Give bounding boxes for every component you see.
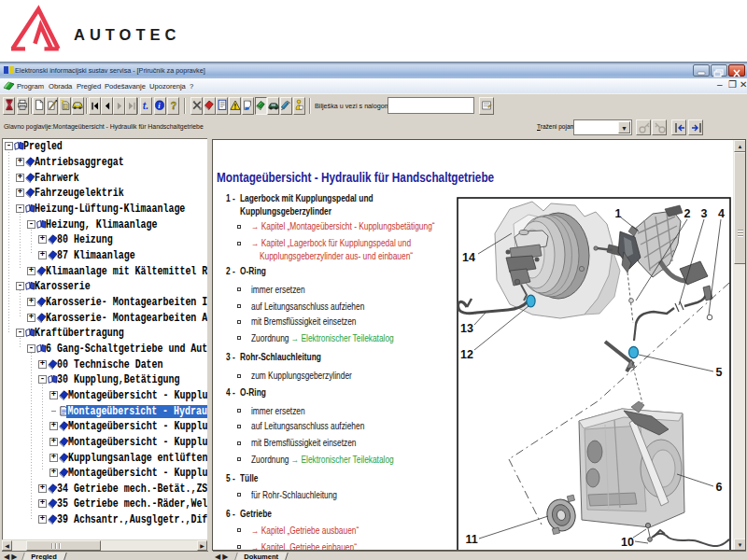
svg-text:t.: t. <box>142 101 148 110</box>
svg-text:6: 6 <box>716 481 723 494</box>
svg-text:5: 5 <box>716 366 723 379</box>
svg-text:2: 2 <box>684 207 691 220</box>
svg-text:?: ? <box>170 99 176 110</box>
svg-text:14: 14 <box>462 251 475 264</box>
svg-text:4: 4 <box>718 207 725 220</box>
svg-text:1: 1 <box>615 207 622 220</box>
svg-text:3: 3 <box>701 207 708 220</box>
svg-text:12: 12 <box>460 348 473 361</box>
svg-text:10: 10 <box>621 536 634 549</box>
svg-text:13: 13 <box>460 322 473 335</box>
svg-text:11: 11 <box>465 533 477 546</box>
